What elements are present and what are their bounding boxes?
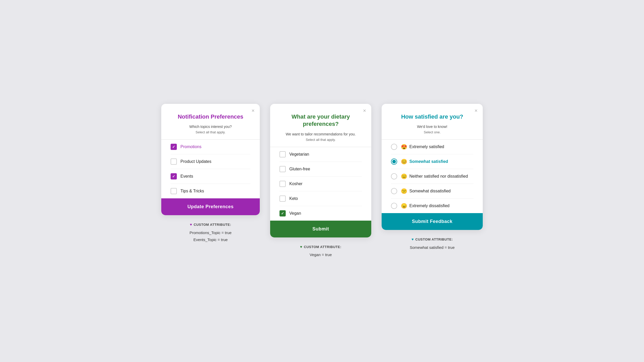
checkbox-vegetarian-label: Vegetarian: [289, 152, 309, 157]
dietary-card-wrapper: × What are your dietary preferences? We …: [270, 104, 371, 258]
update-preferences-button[interactable]: Update Preferences: [161, 198, 260, 215]
notification-footer: Update Preferences: [161, 198, 260, 215]
somewhat-dissatisfied-emoji: 😕: [401, 188, 407, 194]
checkbox-product-updates-label: Product Updates: [180, 159, 211, 164]
extremely-dissatisfied-emoji: 😠: [401, 203, 407, 209]
checkbox-events-box: ✓: [171, 173, 177, 179]
dietary-attr-header-label: CUSTOM ATTRIBUTE:: [304, 244, 341, 250]
checkbox-keto[interactable]: Keto: [279, 191, 362, 206]
checkbox-keto-box: [279, 196, 286, 202]
checkbox-events-label: Events: [180, 174, 193, 179]
notification-attr-value-1: Promotions_Topic = true: [190, 229, 232, 236]
dietary-footer: Submit: [270, 221, 371, 237]
notification-heart-icon: ♥: [190, 221, 192, 228]
checkbox-tips-tricks-label: Tips & Tricks: [180, 189, 204, 193]
checkbox-vegan-check: ✓: [281, 211, 284, 215]
satisfaction-close-button[interactable]: ×: [474, 108, 478, 113]
notification-instruction: Select all that apply.: [171, 130, 250, 134]
checkbox-promotions-check: ✓: [172, 145, 175, 149]
checkbox-promotions-box: ✓: [171, 144, 177, 150]
checkbox-events[interactable]: ✓ Events: [171, 169, 250, 184]
satisfaction-custom-attr: ♥ CUSTOM ATTRIBUTE: Somewhat satisfied =…: [410, 236, 454, 251]
satisfaction-title: How satisfied are you?: [391, 113, 473, 121]
neither-text: Neither satisfied nor dissatisfied: [409, 174, 468, 179]
checkbox-gluten-free-box: [279, 166, 286, 172]
extremely-dissatisfied-text: Extremely dissatisfied: [409, 204, 450, 208]
submit-feedback-button[interactable]: Submit Feedback: [382, 213, 483, 230]
checkbox-vegetarian-box: [279, 151, 286, 157]
radio-somewhat-dissatisfied-label: 😕 Somewhat dissatisfied: [401, 188, 451, 194]
notification-title: Notification Preferences: [171, 113, 250, 121]
neither-emoji: 😐: [401, 173, 407, 179]
extremely-satisfied-emoji: 😍: [401, 144, 407, 150]
notification-card-wrapper: × Notification Preferences Which topics …: [161, 104, 260, 243]
radio-extremely-dissatisfied-circle: [391, 203, 397, 209]
checkbox-gluten-free-label: Gluten-free: [289, 167, 310, 171]
radio-extremely-satisfied-label: 😍 Extremely satisfied: [401, 144, 444, 150]
checkbox-vegan[interactable]: ✓ Vegan: [279, 206, 362, 221]
notification-scroll: Notification Preferences Which topics in…: [161, 104, 260, 199]
satisfaction-heart-icon: ♥: [411, 236, 414, 243]
checkbox-events-check: ✓: [172, 174, 175, 178]
radio-neither[interactable]: 😐 Neither satisfied nor dissatisfied: [391, 169, 473, 184]
dietary-heart-icon: ♥: [300, 244, 302, 250]
radio-extremely-dissatisfied[interactable]: 😠 Extremely dissatisfied: [391, 199, 473, 213]
dietary-attr-value-1: Vegan = true: [300, 251, 341, 258]
dietary-submit-button[interactable]: Submit: [270, 221, 371, 237]
satisfaction-card-wrapper: × How satisfied are you? We'd love to kn…: [382, 104, 483, 251]
page-container: × Notification Preferences Which topics …: [141, 104, 503, 258]
somewhat-dissatisfied-text: Somewhat dissatisfied: [409, 189, 451, 193]
radio-extremely-satisfied[interactable]: 😍 Extremely satisfied: [391, 140, 473, 154]
checkbox-kosher-box: [279, 181, 286, 187]
radio-somewhat-dissatisfied-circle: [391, 188, 397, 194]
satisfaction-footer: Submit Feedback: [382, 213, 483, 230]
checkbox-product-updates[interactable]: Product Updates: [171, 154, 250, 169]
satisfaction-card: × How satisfied are you? We'd love to kn…: [382, 104, 483, 230]
satisfaction-subtitle: We'd love to know!: [391, 125, 473, 129]
dietary-title: What are your dietary preferences?: [279, 113, 362, 128]
checkbox-tips-tricks[interactable]: Tips & Tricks: [171, 184, 250, 198]
radio-neither-circle: [391, 173, 397, 179]
radio-extremely-satisfied-circle: [391, 144, 397, 150]
checkbox-kosher[interactable]: Kosher: [279, 177, 362, 191]
satisfaction-scroll: How satisfied are you? We'd love to know…: [382, 104, 483, 213]
radio-somewhat-satisfied[interactable]: 😊 Somewhat satisfied: [391, 154, 473, 169]
dietary-close-button[interactable]: ×: [363, 108, 366, 113]
notification-custom-attr: ♥ CUSTOM ATTRIBUTE: Promotions_Topic = t…: [190, 221, 232, 243]
somewhat-satisfied-emoji: 😊: [401, 158, 407, 165]
checkbox-keto-label: Keto: [289, 196, 298, 201]
dietary-subtitle: We want to tailor recommendations for yo…: [279, 132, 362, 136]
radio-extremely-dissatisfied-label: 😠 Extremely dissatisfied: [401, 203, 450, 209]
checkbox-vegan-label: Vegan: [289, 211, 301, 216]
satisfaction-attr-header: ♥ CUSTOM ATTRIBUTE:: [410, 236, 454, 243]
notification-attr-header-label: CUSTOM ATTRIBUTE:: [194, 222, 231, 228]
checkbox-vegetarian[interactable]: Vegetarian: [279, 147, 362, 162]
satisfaction-attr-header-label: CUSTOM ATTRIBUTE:: [415, 236, 453, 242]
dietary-custom-attr: ♥ CUSTOM ATTRIBUTE: Vegan = true: [300, 244, 341, 258]
notification-close-button[interactable]: ×: [251, 108, 255, 113]
checkbox-gluten-free[interactable]: Gluten-free: [279, 162, 362, 177]
checkbox-kosher-label: Kosher: [289, 182, 303, 186]
satisfaction-attr-value-1: Somewhat satisfied = true: [410, 244, 454, 251]
checkbox-promotions-label: Promotions: [180, 144, 201, 149]
notification-subtitle: Which topics interest you?: [171, 125, 250, 129]
notification-attr-header: ♥ CUSTOM ATTRIBUTE:: [190, 221, 232, 228]
satisfaction-instruction: Select one.: [391, 130, 473, 134]
extremely-satisfied-text: Extremely satisfied: [409, 144, 444, 149]
dietary-scroll: What are your dietary preferences? We wa…: [270, 104, 371, 221]
radio-somewhat-satisfied-circle: [391, 158, 397, 165]
dietary-instruction: Select all that apply.: [279, 138, 362, 142]
radio-somewhat-dissatisfied[interactable]: 😕 Somewhat dissatisfied: [391, 184, 473, 199]
dietary-card: × What are your dietary preferences? We …: [270, 104, 371, 237]
dietary-attr-header: ♥ CUSTOM ATTRIBUTE:: [300, 244, 341, 250]
checkbox-product-updates-box: [171, 158, 177, 165]
checkbox-tips-tricks-box: [171, 188, 177, 194]
somewhat-satisfied-text: Somewhat satisfied: [409, 159, 448, 164]
radio-somewhat-satisfied-label: 😊 Somewhat satisfied: [401, 158, 448, 165]
checkbox-promotions[interactable]: ✓ Promotions: [171, 140, 250, 154]
notification-card: × Notification Preferences Which topics …: [161, 104, 260, 215]
checkbox-vegan-box: ✓: [279, 210, 286, 216]
notification-attr-value-2: Events_Topic = true: [190, 236, 232, 243]
radio-neither-label: 😐 Neither satisfied nor dissatisfied: [401, 173, 468, 179]
